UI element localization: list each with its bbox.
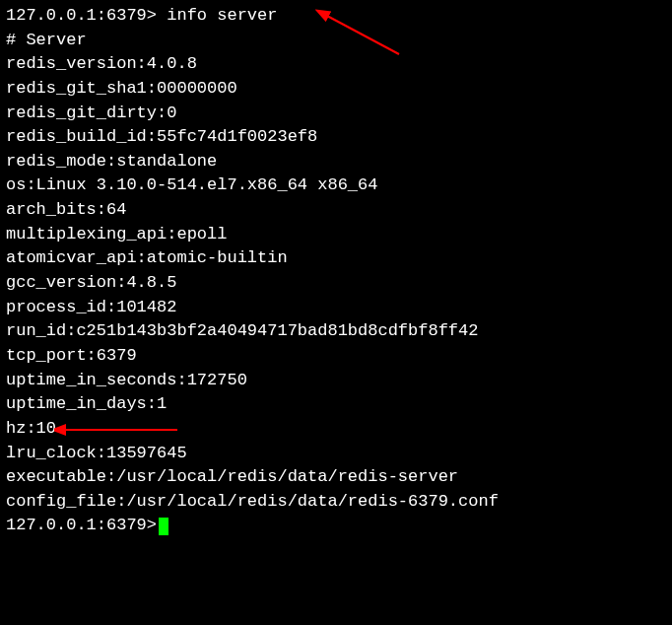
output-line: run_id:c251b143b3bf2a40494717bad81bd8cdf… [6, 319, 666, 344]
output-line: redis_git_dirty:0 [6, 102, 666, 126]
output-line: tcp_port:6379 [6, 344, 666, 369]
output-line: gcc_version:4.8.5 [6, 271, 666, 296]
prompt-text-1: 127.0.0.1:6379> [6, 6, 167, 25]
output-line: lru_clock:13597645 [6, 442, 666, 466]
output-line: redis_version:4.0.8 [6, 52, 666, 77]
cursor-icon [159, 518, 168, 535]
output-line: redis_git_sha1:00000000 [6, 77, 666, 102]
output-line: os:Linux 3.10.0-514.el7.x86_64 x86_64 [6, 174, 666, 198]
prompt-line-1: 127.0.0.1:6379> info server [6, 4, 666, 29]
command-text: info server [167, 6, 277, 25]
output-line: hz:10 [6, 417, 666, 442]
output-line: multiplexing_api:epoll [6, 223, 666, 247]
output-line: uptime_in_seconds:172750 [6, 369, 666, 393]
output-line: executable:/usr/local/redis/data/redis-s… [6, 465, 666, 490]
output-line: redis_build_id:55fc74d1f0023ef8 [6, 125, 666, 150]
output-line: config_file:/usr/local/redis/data/redis-… [6, 490, 666, 515]
output-line: uptime_in_days:1 [6, 392, 666, 417]
prompt-text-2: 127.0.0.1:6379> [6, 514, 157, 538]
output-line: atomicvar_api:atomic-builtin [6, 246, 666, 271]
section-header: # Server [6, 29, 666, 53]
prompt-line-2[interactable]: 127.0.0.1:6379> [6, 514, 666, 538]
output-line: arch_bits:64 [6, 198, 666, 223]
output-line: redis_mode:standalone [6, 150, 666, 174]
output-line: process_id:101482 [6, 296, 666, 320]
